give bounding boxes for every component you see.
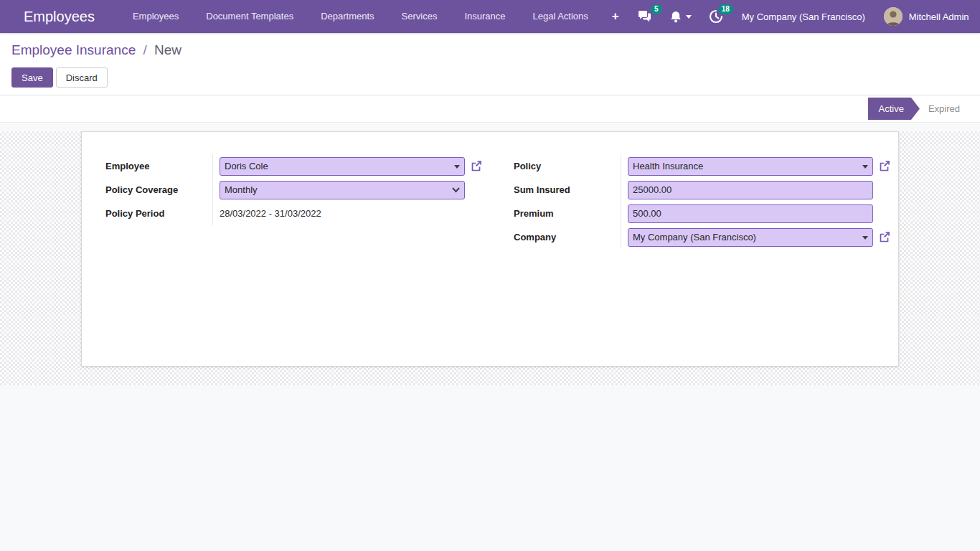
field-cell (628, 181, 873, 199)
add-menu-button[interactable]: + (602, 0, 629, 33)
dropdown-caret-icon (862, 165, 868, 171)
company-field[interactable]: My Company (San Francisco) (628, 228, 873, 247)
form-column-left: Employee Doris Cole (82, 154, 490, 249)
company-value: My Company (San Francisco) (633, 232, 756, 242)
policy-value: Health Insurance (633, 161, 703, 171)
sheet-background: Employee Doris Cole (0, 131, 980, 385)
label-cell: Employee (105, 154, 213, 178)
dropdown-caret-icon (454, 165, 460, 171)
form-column-right: Policy Health Insurance (490, 154, 898, 249)
user-name: Mitchell Admin (909, 11, 969, 22)
label-cell: Company (514, 225, 621, 249)
avatar (884, 7, 903, 26)
field-cell: 28/03/2022 - 31/03/2022 (220, 208, 321, 219)
label-cell: Premium (514, 202, 621, 225)
select-chevron-icon (452, 187, 460, 193)
field-cell: Doris Cole (220, 157, 482, 176)
field-row-premium: Premium (514, 202, 898, 225)
employee-label: Employee (105, 161, 149, 171)
label-cell: Sum Insured (514, 178, 621, 202)
menu-item-employees[interactable]: Employees (119, 0, 192, 33)
control-panel: Employee Insurance / New Save Discard (0, 33, 980, 95)
chat-icon (638, 10, 652, 23)
menu-item-legal-actions[interactable]: Legal Actions (519, 0, 602, 33)
company-label: Company (514, 232, 556, 242)
discard-button[interactable]: Discard (56, 67, 108, 88)
field-row-company: Company My Company (San Francisco) (514, 225, 898, 249)
policy-period-label: Policy Period (105, 208, 164, 219)
company-switcher[interactable]: My Company (San Francisco) (732, 11, 875, 22)
systray: 5 18 My Company (San Francisco) (629, 0, 969, 33)
external-link-icon[interactable] (878, 160, 890, 172)
policy-field[interactable]: Health Insurance (628, 157, 873, 176)
notifications-button[interactable] (661, 0, 700, 33)
messages-button[interactable]: 5 (629, 0, 661, 33)
policy-coverage-label: Policy Coverage (105, 184, 178, 195)
field-row-policy-period: Policy Period 28/03/2022 - 31/03/2022 (105, 202, 490, 225)
employee-value: Doris Cole (225, 161, 268, 171)
chevron-down-icon (686, 15, 692, 22)
stage-expired[interactable]: Expired (920, 103, 970, 114)
label-cell: Policy Period (105, 202, 213, 225)
sum-insured-label: Sum Insured (514, 184, 570, 195)
menu-item-document-templates[interactable]: Document Templates (192, 0, 307, 33)
apps-grid-icon[interactable] (11, 9, 14, 24)
policy-coverage-value: Monthly (225, 184, 258, 195)
employee-field[interactable]: Doris Cole (220, 157, 465, 176)
breadcrumb-separator: / (143, 42, 147, 57)
bell-icon (669, 10, 682, 24)
main-menu: Employees Document Templates Departments… (119, 0, 629, 33)
stage-active[interactable]: Active (868, 98, 920, 120)
external-link-icon[interactable] (470, 160, 482, 172)
activities-badge: 18 (718, 4, 733, 14)
save-button[interactable]: Save (11, 67, 53, 88)
breadcrumb-current: New (154, 42, 182, 57)
field-cell: My Company (San Francisco) (628, 228, 890, 247)
form-sheet: Employee Doris Cole (81, 131, 899, 367)
activities-button[interactable]: 18 (700, 0, 732, 33)
policy-label: Policy (514, 161, 541, 171)
field-row-employee: Employee Doris Cole (105, 154, 490, 178)
statusbar: Active Expired (0, 95, 980, 123)
dropdown-caret-icon (862, 236, 868, 242)
menu-item-services[interactable]: Services (388, 0, 451, 33)
field-row-sum-insured: Sum Insured (514, 178, 898, 202)
label-cell: Policy Coverage (105, 178, 213, 202)
menu-item-departments[interactable]: Departments (307, 0, 387, 33)
external-link-icon[interactable] (878, 231, 890, 243)
form-grid: Employee Doris Cole (82, 154, 898, 249)
field-row-policy-coverage: Policy Coverage Monthly (105, 178, 490, 202)
breadcrumb-parent-link[interactable]: Employee Insurance (11, 42, 136, 57)
control-panel-buttons: Save Discard (11, 67, 969, 88)
user-photo (884, 7, 903, 26)
field-cell: Monthly (220, 181, 465, 199)
field-cell: Health Insurance (628, 157, 890, 176)
policy-period-value: 28/03/2022 - 31/03/2022 (220, 208, 321, 219)
sum-insured-input[interactable] (628, 181, 873, 199)
menu-item-insurance[interactable]: Insurance (451, 0, 519, 33)
top-navbar: Employees Employees Document Templates D… (0, 0, 980, 33)
policy-coverage-select[interactable]: Monthly (220, 181, 465, 199)
user-menu[interactable]: Mitchell Admin (875, 7, 969, 26)
breadcrumb: Employee Insurance / New (11, 42, 969, 58)
label-cell: Policy (514, 154, 621, 178)
field-row-policy: Policy Health Insurance (514, 154, 898, 178)
premium-input[interactable] (628, 204, 873, 223)
premium-label: Premium (514, 208, 554, 219)
field-cell (628, 204, 873, 223)
app-title[interactable]: Employees (24, 9, 95, 25)
